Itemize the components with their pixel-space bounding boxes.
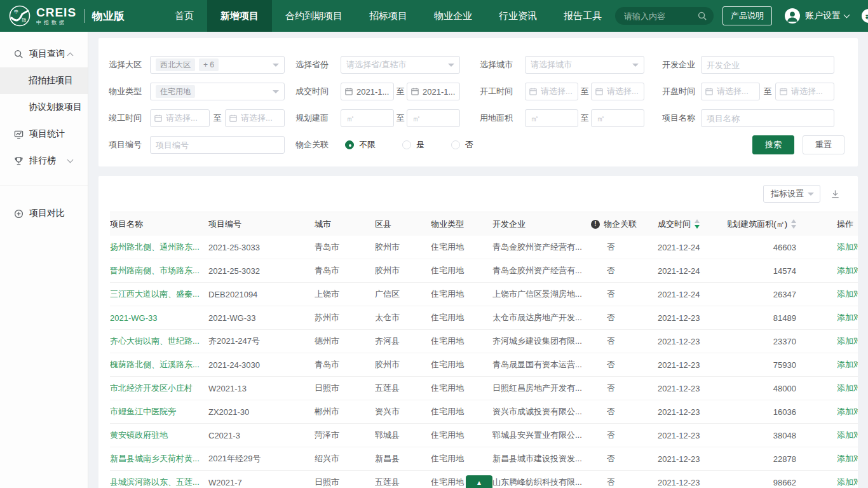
planned-area-max-input[interactable] (407, 114, 459, 123)
project-name-link[interactable]: 市鲤鱼江中医院旁 (110, 406, 208, 417)
complete-time-from[interactable]: 请选择... (150, 109, 210, 127)
download-icon[interactable] (831, 189, 840, 199)
add-compare-link[interactable]: 添加对比 (829, 430, 858, 441)
col-deal-date[interactable]: 成交时间 (658, 219, 728, 230)
deal-time-to[interactable]: 2021-1... (407, 83, 460, 100)
region-select[interactable]: 西北大区 + 6 (150, 56, 285, 74)
land-area-max[interactable] (591, 109, 644, 127)
relation-cell: 否 (591, 359, 658, 370)
add-compare-link[interactable]: 添加对比 (829, 241, 858, 253)
back-to-top-button[interactable]: ▲ (466, 475, 492, 488)
product-info-button[interactable]: 产品说明 (722, 6, 772, 25)
header-search-input[interactable] (624, 11, 698, 21)
start-time-to[interactable]: 请选择... (591, 83, 644, 100)
project-name-link[interactable]: 黄安镇政府驻地 (110, 430, 208, 441)
sidebar-subitem[interactable]: 招拍挂项目 (0, 67, 88, 94)
start-time-from[interactable]: 请选择... (525, 83, 578, 100)
project-no-cell: C2021-3 (208, 431, 315, 440)
search-icon[interactable] (698, 11, 707, 21)
results-panel: 指标设置 项目名称 项目编号 城市 区县 物业类型 开发企业 (98, 176, 858, 488)
land-area-min[interactable] (525, 109, 578, 127)
open-time-to[interactable]: 请选择... (775, 83, 834, 100)
complete-time-to[interactable]: 请选择... (225, 109, 285, 127)
project-no-input[interactable] (151, 140, 284, 150)
add-compare-link[interactable]: 添加对比 (829, 288, 858, 300)
radio-yes[interactable]: 是 (402, 139, 424, 151)
nav-item[interactable]: 首页 (161, 0, 207, 32)
add-compare-link[interactable]: 添加对比 (829, 265, 858, 276)
project-name-link[interactable]: 三江西大道以南、盛秦... (110, 288, 208, 300)
nav-item[interactable]: 新增项目 (207, 0, 272, 32)
add-compare-link[interactable]: 添加对比 (829, 336, 858, 347)
search-button[interactable]: 搜索 (752, 135, 794, 154)
nav-item[interactable]: 物业企业 (421, 0, 485, 32)
reset-button[interactable]: 重置 (803, 135, 844, 154)
type-cell: 住宅用地 (431, 288, 492, 300)
header-search[interactable] (615, 7, 714, 25)
radio-no[interactable]: 否 (451, 139, 473, 151)
radio-unlimited[interactable]: 不限 (345, 139, 376, 151)
project-name-link[interactable]: 扬州路北侧、通州路东... (110, 241, 208, 253)
land-area-max-input[interactable] (592, 114, 644, 123)
sidebar-item-project-query[interactable]: 项目查询 (0, 41, 88, 67)
add-compare-link[interactable]: 添加对比 (829, 312, 858, 323)
province-select[interactable]: 请选择省/直辖市 (341, 56, 460, 74)
project-name-link[interactable]: 市北经济开发区小庄村 (110, 383, 208, 394)
chevron-down-icon (273, 64, 279, 67)
deal-date-cell: 2021-12-23 (658, 360, 728, 370)
sidebar-item-ranking[interactable]: 排行榜 (0, 147, 88, 174)
add-compare-link[interactable]: 添加对比 (829, 406, 858, 417)
project-name-link[interactable]: 槐荫路北侧、近溪路东... (110, 359, 208, 370)
project-name-link[interactable]: 2021-WG-33 (110, 313, 208, 323)
developer-input[interactable] (702, 60, 834, 70)
property-type-select[interactable]: 住宅用地 (150, 83, 285, 100)
planned-area-max[interactable] (407, 109, 460, 127)
version-icon: ⇄ (862, 9, 868, 23)
sidebar-item-project-stats[interactable]: 项目统计 (0, 121, 88, 147)
version-menu[interactable]: ⇄ 版本 (862, 9, 868, 23)
type-cell: 住宅用地 (431, 336, 492, 347)
info-icon[interactable]: ! (591, 220, 600, 229)
chevron-down-icon (808, 193, 814, 196)
city-label: 选择城市 (480, 59, 525, 71)
nav-item[interactable]: 行业资讯 (485, 0, 550, 32)
table-row: 扬州路北侧、通州路东... 2021-25-3033 青岛市 胶州市 住宅用地 … (110, 236, 858, 259)
planned-area-min-input[interactable] (341, 114, 393, 123)
project-name-link[interactable]: 县城滨河路以东、五莲... (110, 477, 208, 488)
project-name-link[interactable]: 齐心大街以南、世纪路... (110, 336, 208, 347)
nav-item[interactable]: 报告工具 (550, 0, 615, 32)
sort-icon[interactable] (791, 219, 796, 229)
table-row: 2021-WG-33 2021-WG-33 苏州市 太仓市 住宅用地 太仓市晟达… (110, 306, 858, 330)
sidebar-item-project-compare[interactable]: 项目对比 (0, 200, 88, 227)
project-name-link[interactable]: 晋州路南侧、市场路东... (110, 265, 208, 276)
add-compare-link[interactable]: 添加对比 (829, 453, 858, 464)
project-no-cell: 2021-WG-33 (208, 313, 315, 323)
indicator-settings-button[interactable]: 指标设置 (763, 185, 820, 203)
project-name-input[interactable] (702, 114, 834, 123)
col-area[interactable]: 规划建筑面积(㎡) (728, 219, 829, 230)
sidebar-subitem[interactable]: 协议划拨项目 (0, 94, 88, 121)
sidebar-query-subitems: 招拍挂项目协议划拨项目 (0, 67, 88, 121)
developer-cell: 郓城县安兴置业有限公... (492, 430, 591, 441)
type-cell: 住宅用地 (431, 312, 492, 323)
sort-icon[interactable] (695, 219, 700, 229)
sidebar: 项目查询 招拍挂项目协议划拨项目 项目统计 (0, 32, 88, 488)
add-compare-link[interactable]: 添加对比 (829, 477, 858, 488)
nav-item[interactable]: 招标项目 (356, 0, 421, 32)
deal-time-from[interactable]: 2021-1... (341, 83, 394, 100)
add-compare-link[interactable]: 添加对比 (829, 359, 858, 370)
planned-area-min[interactable] (341, 109, 394, 127)
project-name-link[interactable]: 新昌县城南乡天荷村黄... (110, 453, 208, 464)
account-menu[interactable]: 账户设置 (785, 8, 849, 24)
developer-field[interactable] (701, 56, 834, 74)
open-time-from[interactable]: 请选择... (701, 83, 760, 100)
brand-logo[interactable]: 中 指 CREIS 中指数据 物业版 (0, 5, 125, 27)
radio-dot-icon (402, 140, 411, 149)
land-area-min-input[interactable] (526, 114, 578, 123)
nav-item[interactable]: 合约到期项目 (272, 0, 356, 32)
city-select[interactable]: 请选择城市 (525, 56, 644, 74)
project-name-field[interactable] (701, 109, 834, 127)
relation-cell: 否 (591, 406, 658, 417)
add-compare-link[interactable]: 添加对比 (829, 383, 858, 394)
project-no-field[interactable] (150, 136, 285, 154)
